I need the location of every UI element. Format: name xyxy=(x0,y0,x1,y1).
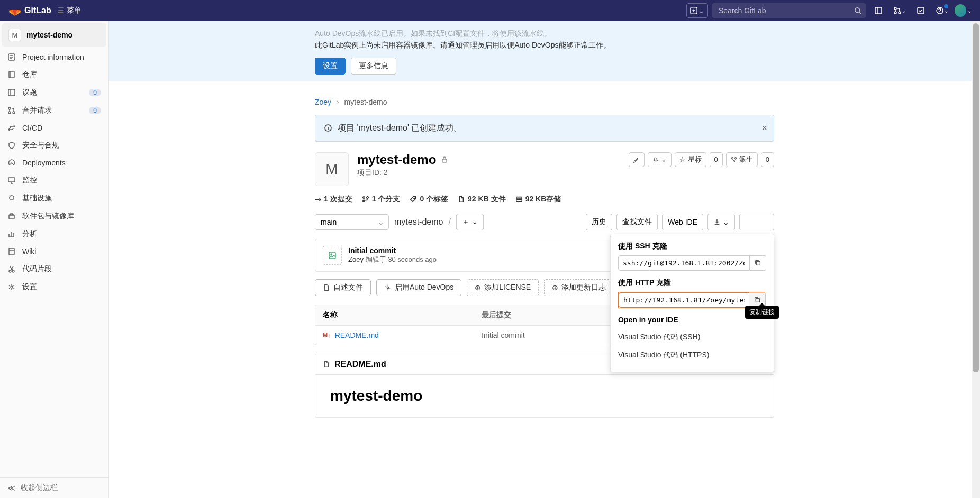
sidebar-scroll[interactable]: M mytest-demo Project information 仓库 议题0… xyxy=(0,21,108,477)
svg-point-13 xyxy=(13,112,15,114)
content[interactable]: Auto DevOps流水线已启用。如果未找到CI配置文件，将使用该流水线。 此… xyxy=(109,21,980,498)
sidebar-item-project-info[interactable]: Project information xyxy=(0,49,108,66)
clone-ssh-input[interactable] xyxy=(618,255,750,271)
project-actions: ⌄ ☆ 星标 0 派生 0 xyxy=(629,152,774,167)
breadcrumb-owner[interactable]: Zoey xyxy=(315,98,331,106)
package-icon xyxy=(7,212,16,220)
svg-rect-15 xyxy=(9,215,14,219)
stat-size[interactable]: 92 KB 文件 xyxy=(458,195,506,204)
scrollbar-thumb[interactable] xyxy=(973,23,979,372)
enable-autodevops-button[interactable]: 启用Auto DevOps xyxy=(376,279,461,296)
success-alert: 项目 'mytest-demo' 已创建成功。 × xyxy=(315,115,774,142)
storage-icon xyxy=(515,196,523,203)
sidebar-item-analytics[interactable]: 分析 xyxy=(0,225,108,243)
toolbar-left: main mytest-demo / ＋ ⌄ xyxy=(315,214,484,230)
clone-http-input[interactable] xyxy=(619,292,749,308)
stat-tags[interactable]: 0 个标签 xyxy=(410,195,448,204)
sidebar-item-issues[interactable]: 议题0 xyxy=(0,84,108,102)
readme-button[interactable]: 自述文件 xyxy=(315,279,371,296)
gitlab-logo[interactable]: GitLab xyxy=(8,4,51,17)
copy-ssh-button[interactable] xyxy=(750,255,766,271)
tag-icon xyxy=(410,196,417,203)
sidebar-item-packages[interactable]: 软件包与镜像库 xyxy=(0,207,108,225)
collapse-sidebar-button[interactable]: ≪ 收起侧边栏 xyxy=(0,477,108,498)
svg-point-27 xyxy=(366,197,368,199)
chevron-down-icon: ⌄ xyxy=(698,7,704,15)
menu-button[interactable]: ☰ 菜单 xyxy=(58,6,81,15)
branch-selector[interactable]: main xyxy=(315,214,389,230)
sidebar-item-deployments[interactable]: Deployments xyxy=(0,154,108,171)
sidebar-item-label: Project information xyxy=(22,53,101,61)
history-button[interactable]: 历史 xyxy=(586,214,612,230)
merge-requests-shortcut-button[interactable]: ⌄ xyxy=(891,2,908,19)
project-settings-button[interactable] xyxy=(629,152,645,167)
banner-more-button[interactable]: 更多信息 xyxy=(351,58,396,75)
collapse-icon: ≪ xyxy=(7,484,15,492)
clone-button[interactable]: 克隆 ⌄ xyxy=(739,214,774,230)
banner-settings-button[interactable]: 设置 xyxy=(315,58,346,75)
fork-button[interactable]: 派生 xyxy=(726,152,758,167)
sidebar-item-repository[interactable]: 仓库 xyxy=(0,66,108,84)
issues-icon xyxy=(7,88,16,97)
stat-storage[interactable]: 92 KB存储 xyxy=(515,195,561,204)
ide-option-ssh[interactable]: Visual Studio 代码 (SSH) xyxy=(618,328,766,346)
add-file-button[interactable]: ＋ ⌄ xyxy=(456,214,484,230)
svg-rect-31 xyxy=(756,262,760,265)
project-name: mytest-demo xyxy=(357,152,436,167)
find-file-button[interactable]: 查找文件 xyxy=(616,214,658,230)
breadcrumb: Zoey › mytest-demo xyxy=(315,89,774,115)
user-menu-button[interactable]: ⌄ xyxy=(955,2,972,19)
sidebar-item-monitor[interactable]: 监控 xyxy=(0,171,108,189)
svg-point-4 xyxy=(894,12,896,14)
monitor-icon xyxy=(7,176,16,185)
clone-dropdown: 使用 SSH 克隆 使用 HTTP 克隆 复制链接 Open in your I… xyxy=(610,234,774,372)
add-changelog-button[interactable]: ⊕添加更新日志 xyxy=(544,279,614,296)
svg-point-24 xyxy=(733,160,734,162)
menu-icon: ☰ xyxy=(58,6,65,15)
sidebar-item-snippets[interactable]: 代码片段 xyxy=(0,260,108,278)
snippet-icon xyxy=(7,265,16,273)
scrollbar[interactable] xyxy=(972,21,980,498)
file-icon xyxy=(458,196,465,203)
toolbar-right: 历史 查找文件 Web IDE ⌄ 克隆 ⌄ 使用 SSH 克隆 使用 HTTP… xyxy=(586,214,774,230)
stat-commits[interactable]: ⊸1 次提交 xyxy=(315,195,352,204)
svg-point-5 xyxy=(899,12,901,14)
ide-option-https[interactable]: Visual Studio 代码 (HTTPS) xyxy=(618,346,766,364)
notification-button[interactable]: ⌄ xyxy=(648,152,672,167)
download-button[interactable]: ⌄ xyxy=(707,214,735,230)
sidebar-project-header[interactable]: M mytest-demo xyxy=(2,23,106,47)
sidebar: M mytest-demo Project information 仓库 议题0… xyxy=(0,21,109,498)
file-icon xyxy=(323,361,330,368)
sidebar-item-cicd[interactable]: CI/CD xyxy=(0,119,108,136)
star-count: 0 xyxy=(710,152,723,167)
svg-point-18 xyxy=(12,270,14,272)
file-name[interactable]: README.md xyxy=(335,331,379,339)
sidebar-item-wiki[interactable]: Wiki xyxy=(0,243,108,260)
mr-count-badge: 0 xyxy=(89,107,101,114)
create-new-button[interactable]: ⌄ xyxy=(686,3,708,18)
web-ide-button[interactable]: Web IDE xyxy=(662,214,703,230)
sidebar-item-merge-requests[interactable]: 合并请求0 xyxy=(0,102,108,119)
add-license-button[interactable]: ⊕添加LICENSE xyxy=(467,279,539,296)
sidebar-item-infrastructure[interactable]: 基础设施 xyxy=(0,189,108,207)
svg-point-22 xyxy=(731,157,733,159)
stat-branches[interactable]: 1 个分支 xyxy=(362,195,401,204)
svg-rect-2 xyxy=(875,7,882,14)
sidebar-item-security[interactable]: 安全与合规 xyxy=(0,136,108,154)
issues-shortcut-button[interactable] xyxy=(870,2,887,19)
svg-rect-29 xyxy=(516,197,522,199)
plus-icon xyxy=(690,7,697,14)
svg-rect-14 xyxy=(8,178,15,182)
commit-title[interactable]: Initial commit xyxy=(348,246,437,255)
star-button[interactable]: ☆ 星标 xyxy=(675,152,706,167)
todos-button[interactable] xyxy=(912,2,929,19)
alert-close-button[interactable]: × xyxy=(761,123,767,134)
topbar-left: GitLab ☰ 菜单 xyxy=(8,4,81,17)
help-button[interactable]: ⌄ xyxy=(933,2,950,19)
path-project[interactable]: mytest-demo xyxy=(394,217,443,227)
sidebar-item-settings[interactable]: 设置 xyxy=(0,278,108,296)
svg-point-34 xyxy=(331,254,332,255)
breadcrumb-project[interactable]: mytest-demo xyxy=(344,98,387,106)
path-sep: / xyxy=(448,217,450,227)
search-input[interactable] xyxy=(712,3,866,18)
